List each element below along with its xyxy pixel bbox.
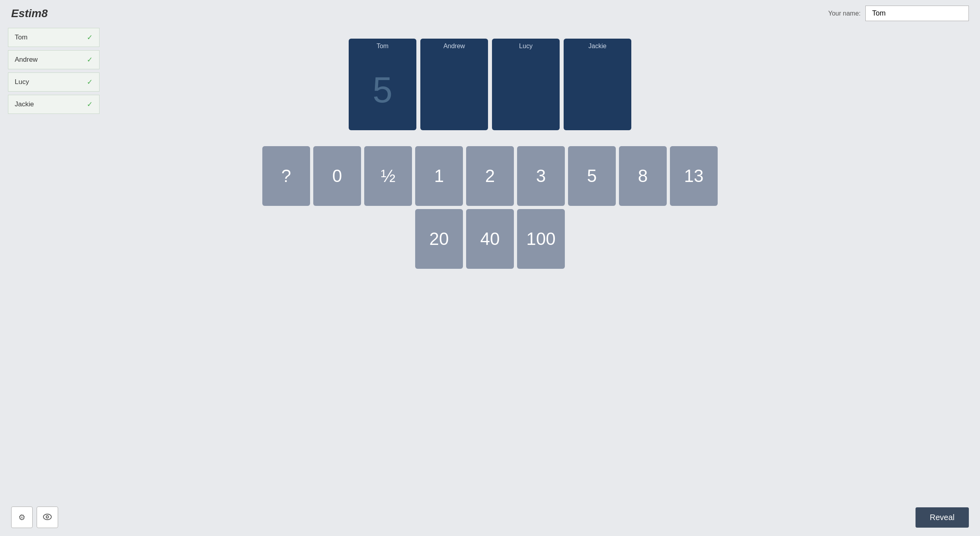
player-card-jackie: Jackie [564,39,631,130]
name-input[interactable] [865,6,969,21]
player-item-lucy[interactable]: Lucy ✓ [8,72,100,92]
vote-btn-3[interactable]: 3 [517,146,565,206]
header: Estim8 Your name: [0,0,980,27]
bottom-bar: ⚙ Reveal [0,507,980,528]
logo-text: Estim [11,7,41,20]
logo: Estim8 [11,7,48,20]
vote-btn-0[interactable]: 0 [313,146,361,206]
vote-btn-13[interactable]: 13 [670,146,718,206]
vote-row-2: 20 40 100 [415,209,565,269]
vote-area: ? 0 ½ 1 2 3 5 8 13 20 40 100 [262,146,718,269]
card-name-andrew: Andrew [443,39,465,50]
settings-icon: ⚙ [18,513,25,522]
card-value-tom: 5 [373,50,392,130]
card-name-tom: Tom [377,39,388,50]
vote-btn-100[interactable]: 100 [517,209,565,269]
player-cards: Tom 5 Andrew Lucy Jackie [349,39,631,130]
vote-btn-5[interactable]: 5 [568,146,616,206]
player-name-jackie: Jackie [15,100,34,108]
player-name-andrew: Andrew [15,56,38,64]
vote-btn-question[interactable]: ? [262,146,310,206]
eye-icon [43,513,52,522]
vote-btn-1[interactable]: 1 [415,146,463,206]
vote-btn-20[interactable]: 20 [415,209,463,269]
svg-point-1 [46,516,49,518]
player-card-tom: Tom 5 [349,39,416,130]
vote-btn-8[interactable]: 8 [619,146,667,206]
vote-btn-40[interactable]: 40 [466,209,514,269]
name-area: Your name: [828,6,969,21]
svg-point-0 [43,514,51,520]
player-name-lucy: Lucy [15,78,29,86]
reveal-button[interactable]: Reveal [916,507,969,528]
player-item-andrew[interactable]: Andrew ✓ [8,50,100,69]
check-icon-jackie: ✓ [87,100,93,109]
player-item-jackie[interactable]: Jackie ✓ [8,95,100,114]
player-name-tom: Tom [15,33,27,41]
check-icon-andrew: ✓ [87,55,93,64]
check-icon-lucy: ✓ [87,78,93,86]
name-label: Your name: [828,10,861,17]
card-name-jackie: Jackie [588,39,606,50]
sidebar: Tom ✓ Andrew ✓ Lucy ✓ Jackie ✓ [8,28,100,114]
eye-button[interactable] [37,507,58,528]
player-item-tom[interactable]: Tom ✓ [8,28,100,47]
vote-btn-2[interactable]: 2 [466,146,514,206]
vote-row-1: ? 0 ½ 1 2 3 5 8 13 [262,146,718,206]
main-content: Tom 5 Andrew Lucy Jackie ? 0 ½ 1 2 3 5 8… [0,27,980,269]
tool-buttons: ⚙ [11,507,58,528]
player-card-lucy: Lucy [492,39,560,130]
card-name-lucy: Lucy [519,39,533,50]
logo-bold: 8 [41,7,48,20]
player-card-andrew: Andrew [420,39,488,130]
check-icon-tom: ✓ [87,33,93,42]
vote-btn-half[interactable]: ½ [364,146,412,206]
settings-button[interactable]: ⚙ [11,507,33,528]
